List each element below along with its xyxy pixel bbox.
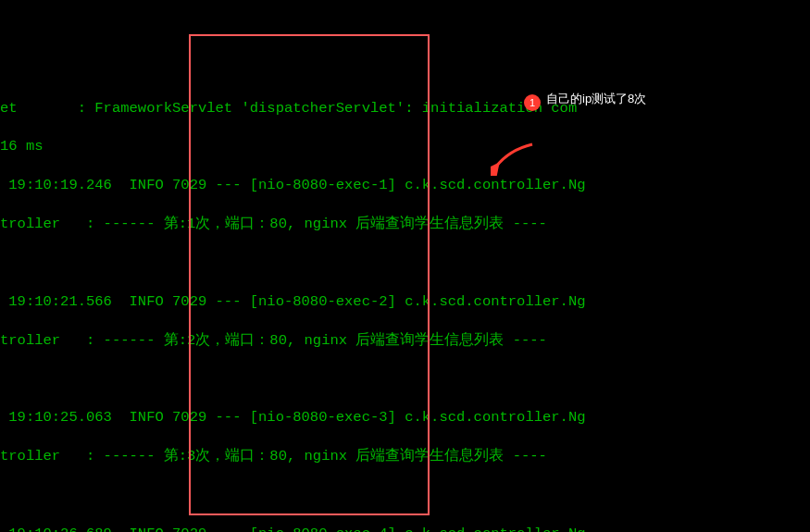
log-line: troller : ------ 第:1次，端口：80, nginx 后端查询学…	[0, 215, 810, 234]
log-line: et : FrameworkServlet 'dispatcherServlet…	[0, 99, 810, 118]
log-line: 19:10:19.246 INFO 7029 --- [nio-8080-exe…	[0, 176, 810, 195]
log-line	[0, 370, 810, 390]
log-line: troller : ------ 第:2次，端口：80, nginx 后端查询学…	[0, 331, 810, 351]
log-line	[0, 254, 810, 273]
log-line: 19:10:25.063 INFO 7029 --- [nio-8080-exe…	[0, 408, 810, 427]
log-line: troller : ------ 第:3次，端口：80, nginx 后端查询学…	[0, 447, 810, 466]
log-line: 16 ms	[0, 137, 810, 156]
terminal-output: et : FrameworkServlet 'dispatcherServlet…	[0, 80, 810, 532]
log-line: 19:10:21.566 INFO 7029 --- [nio-8080-exe…	[0, 292, 810, 312]
log-line	[0, 486, 810, 505]
log-line: 19:10:26.689 INFO 7029 --- [nio-8080-exe…	[0, 525, 810, 532]
